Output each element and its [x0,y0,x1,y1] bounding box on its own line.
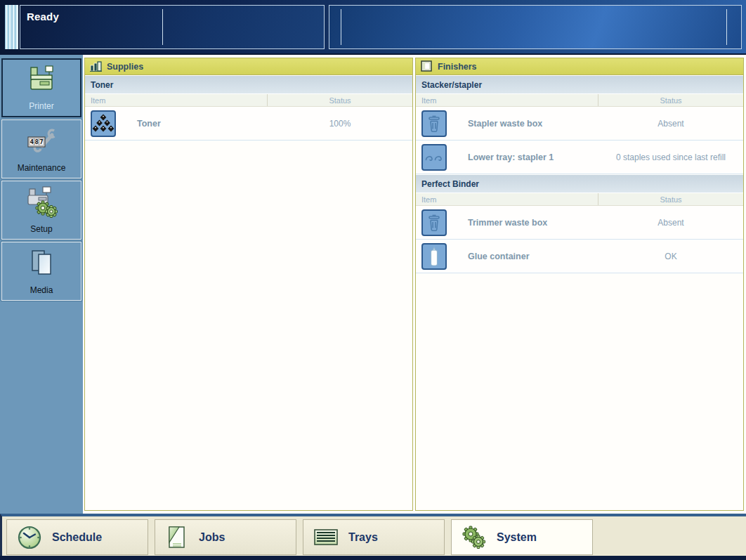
item-label: Trimmer waste box [468,218,547,228]
tab-schedule[interactable]: Schedule [6,519,148,555]
section-header: Perfect Binder [416,175,743,193]
panel-supplies: SuppliesTonerItemStatus Toner100% [84,58,413,511]
table-row: Lower tray: stapler 10 staples used sinc… [416,141,743,174]
svg-text:7: 7 [39,138,43,145]
status-bar: Ready [0,0,746,55]
row-item-cell: Stapler waste box [416,110,598,137]
bottom-tab-bar: Schedule Jobs Trays System [0,514,746,556]
status-value: Absent [598,218,743,228]
toner-icon [91,110,116,137]
trays-icon [313,526,339,549]
finishers-icon [421,60,433,72]
printer-status-text: Ready [20,6,162,48]
svg-text:8: 8 [34,138,38,145]
status-cell-empty [163,6,324,48]
column-header-row: ItemStatus [416,94,743,107]
sidebar-item-label: Printer [3,101,80,111]
status-value: Absent [598,119,743,129]
sidebar-item-printer[interactable]: Printer [1,58,81,117]
tab-trays[interactable]: Trays [303,519,445,555]
tab-label: Jobs [199,531,225,544]
glue-container-icon [421,243,447,270]
column-header-item: Item [85,94,268,106]
tab-label: System [497,531,537,544]
item-label: Glue container [468,252,530,261]
waste-box-icon [421,209,447,236]
panel-title: Supplies [107,62,143,72]
stapler-icon [421,144,447,171]
clock-icon [16,524,43,551]
panel-header: Supplies [85,58,412,75]
tab-jobs[interactable]: Jobs [155,519,296,555]
media-icon [2,247,81,279]
sidebar-item-label: Media [2,285,81,295]
setup-icon [2,185,81,218]
column-header-item: Item [416,193,598,205]
status-section-right [329,5,742,49]
bottom-border-strip [0,556,746,560]
status-value: OK [598,252,743,261]
column-header-status: Status [598,195,743,204]
table-row: Toner100% [85,107,412,141]
sidebar: Printer 4 8 7 Maintenance Setup Med [0,55,83,514]
row-item-cell: Glue container [416,243,598,270]
status-cell-small-right [727,6,741,48]
status-cell-small-left [329,6,341,48]
item-label: Stapler waste box [468,119,542,129]
tab-label: Schedule [52,531,102,544]
jobs-document-icon [164,524,190,551]
sidebar-item-media[interactable]: Media [1,242,81,301]
section-header: Toner [85,76,412,94]
supplies-chart-icon [90,61,102,72]
section-header: Stacker/stapler [416,76,743,94]
table-row: Glue containerOK [416,240,743,273]
sidebar-item-maintenance[interactable]: 4 8 7 Maintenance [1,119,81,178]
column-header-row: ItemStatus [416,193,743,206]
svg-text:4: 4 [30,138,34,145]
status-cell-main [341,6,726,48]
item-label: Toner [137,119,161,129]
column-header-row: ItemStatus [85,94,412,107]
printer-console-screen: Ready Printer 4 8 [0,0,746,560]
tab-system[interactable]: System [451,519,593,555]
panel-title: Finishers [438,62,477,72]
status-section-left: Ready [20,5,325,49]
column-header-item: Item [416,94,598,106]
row-item-cell: Trimmer waste box [416,209,598,236]
panel-finishers: FinishersStacker/staplerItemStatus Stapl… [415,58,744,511]
sidebar-item-label: Maintenance [2,163,81,173]
system-gears-icon [461,525,487,550]
status-value: 0 staples used since last refill [598,152,743,162]
item-label: Lower tray: stapler 1 [468,152,554,162]
status-stripes-decoration [5,5,18,49]
column-header-status: Status [268,96,412,105]
column-header-status: Status [598,96,743,105]
panel-header: Finishers [416,58,743,75]
row-item-cell: Lower tray: stapler 1 [416,144,598,171]
table-row: Trimmer waste boxAbsent [416,206,743,240]
row-item-cell: Toner [85,110,268,137]
status-value: 100% [268,119,412,129]
printer-icon [3,64,80,96]
table-row: Stapler waste boxAbsent [416,107,743,141]
waste-box-icon [421,110,447,137]
tab-label: Trays [348,531,378,544]
sidebar-item-label: Setup [2,224,81,234]
maintenance-counter-icon: 4 8 7 [2,124,81,155]
sidebar-item-setup[interactable]: Setup [1,181,81,240]
